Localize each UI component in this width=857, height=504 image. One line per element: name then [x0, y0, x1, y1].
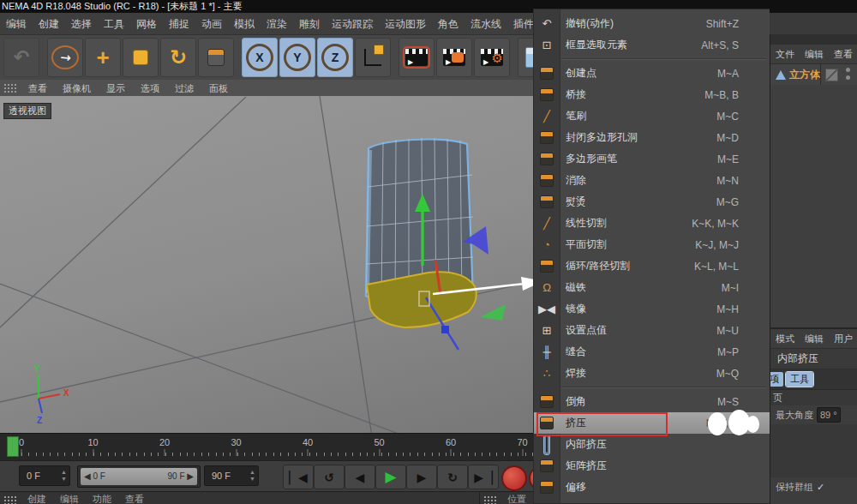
- attribute-manager-menu-item-2[interactable]: 用户: [829, 333, 857, 345]
- menubar-item-8[interactable]: 渲染: [261, 14, 293, 34]
- attribute-tab-1[interactable]: 工具: [786, 372, 813, 387]
- menu-item-brush[interactable]: ╱笔刷M~C: [534, 105, 770, 127]
- menu-item-bevel[interactable]: 倒角M~S: [534, 391, 770, 412]
- menubar-item-1[interactable]: 创建: [33, 14, 65, 34]
- menu-item-bridge[interactable]: 桥接M~B, B: [534, 84, 770, 105]
- menu-item-dissolve[interactable]: 消除M~N: [534, 170, 770, 191]
- menu-item-undo[interactable]: ↶撤销(动作)Shift+Z: [534, 13, 770, 34]
- next-frame-button[interactable]: ▶: [406, 465, 437, 489]
- panel-grip-icon[interactable]: [483, 495, 497, 504]
- object-manager-row[interactable]: 立方体: [770, 64, 857, 85]
- frame-range-slider[interactable]: ◀ 0 F90 F ▶: [77, 465, 201, 488]
- object-manager-menu-item-2[interactable]: 查看: [829, 48, 857, 61]
- attribute-manager-menu-item-0[interactable]: 模式: [770, 333, 800, 345]
- menu-item-loop-path-cut[interactable]: 循环/路径切割K~L, M~L: [534, 255, 770, 277]
- menu-item-create-point[interactable]: 创建点M~A: [534, 63, 770, 84]
- z-axis-lock-button[interactable]: Z: [317, 38, 353, 77]
- render-picture-viewer-button[interactable]: [436, 38, 472, 77]
- last-tool-button[interactable]: [198, 38, 234, 77]
- coordinate-system-button[interactable]: [355, 38, 391, 77]
- viewport-menu-item-4[interactable]: 过滤: [167, 81, 201, 96]
- visibility-dot-icon[interactable]: [846, 75, 850, 80]
- render-view-icon: [405, 49, 428, 66]
- plane-handle-green[interactable]: [480, 304, 506, 321]
- max-angle-input[interactable]: 89 °: [817, 407, 841, 423]
- plane-cut-icon: ◔: [534, 238, 560, 252]
- preserve-groups-checkbox[interactable]: ✓: [817, 482, 824, 493]
- menu-item-weld[interactable]: ∴焊接M~Q: [534, 363, 770, 384]
- menu-item-set-point-value[interactable]: ⊞设置点值M~U: [534, 320, 770, 341]
- menu-item-stitch[interactable]: ╫缝合M~P: [534, 341, 770, 363]
- menu-item-iron[interactable]: 熨烫M~G: [534, 191, 770, 213]
- rotate-tool-button[interactable]: ↻: [160, 38, 196, 77]
- x-axis-lock-button[interactable]: X: [242, 38, 278, 77]
- goto-end-button[interactable]: ▶▕: [468, 465, 499, 489]
- timeline-ruler[interactable]: 010203040506070: [0, 433, 548, 461]
- play-button[interactable]: ▶: [375, 465, 406, 489]
- scale-tool-button[interactable]: [123, 38, 159, 77]
- viewport-menu-item-1[interactable]: 摄像机: [55, 81, 99, 96]
- undo-button[interactable]: ↶: [3, 38, 39, 77]
- panel-grip-icon[interactable]: [3, 495, 17, 504]
- visibility-dot-icon[interactable]: [846, 68, 850, 72]
- menu-item-mirror[interactable]: ▶◀镜像M~H: [534, 298, 770, 320]
- menu-item-magnet[interactable]: Ω磁铁M~I: [534, 277, 770, 298]
- object-manager-menu-item-1[interactable]: 编辑: [800, 48, 829, 61]
- object-manager-menu-item-0[interactable]: 文件: [770, 48, 800, 61]
- menubar-item-4[interactable]: 网格: [130, 14, 163, 34]
- menubar-item-12[interactable]: 角色: [432, 14, 464, 34]
- menubar-item-13[interactable]: 流水线: [464, 14, 507, 34]
- menu-item-polygon-pen[interactable]: 多边形画笔M~E: [534, 148, 770, 170]
- material-menu-item-3[interactable]: 查看: [118, 492, 151, 504]
- y-axis-lock-button[interactable]: Y: [279, 38, 315, 77]
- object-manager-body[interactable]: [770, 85, 857, 329]
- menu-item-inner-extrude[interactable]: 内部挤压: [534, 434, 770, 455]
- menubar-item-3[interactable]: 工具: [98, 14, 130, 34]
- material-menu-item-2[interactable]: 功能: [86, 492, 118, 504]
- panel-grip-icon[interactable]: [3, 83, 17, 93]
- live-selection-button[interactable]: ↖: [47, 38, 83, 77]
- render-view-button[interactable]: [399, 38, 434, 77]
- menubar-item-7[interactable]: 模拟: [228, 14, 261, 34]
- menubar-item-2[interactable]: 选择: [65, 14, 98, 34]
- prev-frame-button[interactable]: ◀: [345, 465, 375, 489]
- attribute-manager-menu-item-1[interactable]: 编辑: [800, 333, 829, 345]
- attribute-tab-0[interactable]: 项: [770, 372, 783, 387]
- menu-item-line-cut[interactable]: ╱线性切割K~K, M~K: [534, 213, 770, 234]
- record-keyframe-button[interactable]: [501, 465, 527, 491]
- menu-item-shortcut: M~I: [722, 282, 770, 294]
- menu-item-frame-selected[interactable]: ⊡框显选取元素Alt+S, S: [534, 34, 770, 56]
- menu-item-close-polygon-hole[interactable]: 封闭多边形孔洞M~D: [534, 127, 770, 148]
- move-tool-button[interactable]: +: [85, 38, 121, 77]
- menubar-item-0[interactable]: 编辑: [0, 14, 33, 34]
- menubar-item-6[interactable]: 动画: [195, 14, 228, 34]
- viewport-menu-item-5[interactable]: 面板: [201, 81, 236, 96]
- grid-line: [0, 97, 246, 327]
- menu-item-shortcut: Shift+Z: [706, 18, 770, 30]
- menubar-item-10[interactable]: 运动跟踪: [326, 14, 379, 34]
- current-frame-field[interactable]: 0 F▲▼: [19, 465, 70, 486]
- menu-item-smooth-shift[interactable]: 偏移: [534, 477, 770, 498]
- next-key-button[interactable]: ↻: [437, 465, 468, 489]
- menu-item-matrix-extrude[interactable]: 矩阵挤压: [534, 455, 770, 477]
- timeline-playhead[interactable]: [7, 436, 19, 457]
- menu-item-label: 设置点值: [560, 323, 607, 338]
- menubar-item-9[interactable]: 雕刻: [293, 14, 326, 34]
- menubar-item-5[interactable]: 捕捉: [163, 14, 195, 34]
- viewport-menu-item-2[interactable]: 显示: [99, 81, 133, 96]
- viewport-menu-item-3[interactable]: 选项: [133, 81, 167, 96]
- layer-color-icon[interactable]: [825, 69, 838, 81]
- render-settings-button[interactable]: ⚙: [474, 38, 510, 77]
- goto-start-button[interactable]: ▏◀: [283, 465, 314, 489]
- end-frame-field[interactable]: 90 F▲▼: [204, 465, 259, 486]
- menubar-item-11[interactable]: 运动图形: [379, 14, 432, 34]
- menu-item-plane-cut[interactable]: ◔平面切割K~J, M~J: [534, 234, 770, 255]
- material-menu-item-1[interactable]: 编辑: [53, 492, 86, 504]
- viewport-menu-item-0[interactable]: 查看: [21, 81, 55, 96]
- spinner-icon[interactable]: ▲▼: [249, 469, 255, 483]
- object-name[interactable]: 立方体: [789, 68, 820, 82]
- prev-key-button[interactable]: ↺: [314, 465, 345, 489]
- spinner-icon[interactable]: ▲▼: [61, 469, 67, 483]
- ruler-minor-ticks: [7, 453, 548, 456]
- material-menu-item-0[interactable]: 创建: [21, 492, 53, 504]
